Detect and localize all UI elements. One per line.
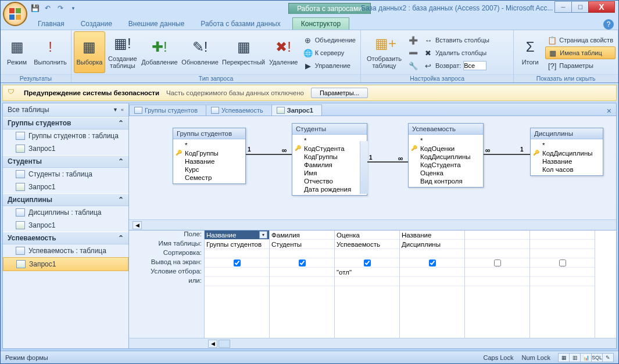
or-cell[interactable] — [335, 277, 399, 286]
maximize-button[interactable]: ☐ — [571, 1, 589, 13]
dropdown-icon[interactable]: ▾ — [259, 231, 267, 239]
show-cell[interactable] — [530, 258, 595, 268]
grid-column-5[interactable] — [465, 230, 530, 338]
table-cell[interactable]: Дисциплины — [400, 240, 464, 249]
minimize-button[interactable]: ─ — [554, 1, 572, 13]
table-cell[interactable] — [530, 240, 595, 249]
criteria-cell[interactable] — [530, 268, 595, 277]
office-button[interactable] — [3, 2, 27, 26]
nav-item-query-selected[interactable]: Запрос1 — [3, 257, 128, 271]
nav-item-table[interactable]: Успеваемость : таблица — [3, 244, 128, 257]
show-cell[interactable] — [270, 258, 334, 268]
grid-column-6[interactable] — [530, 230, 595, 338]
or-cell[interactable] — [270, 277, 334, 286]
or-cell[interactable] — [400, 277, 464, 286]
field-cell[interactable]: Фамилия — [270, 230, 334, 240]
nav-header[interactable]: Все таблицы ▼ « — [3, 103, 128, 117]
sort-cell[interactable] — [400, 249, 464, 258]
sort-cell[interactable] — [270, 249, 334, 258]
table-cell[interactable]: Группы студентов — [205, 240, 269, 249]
save-icon[interactable]: 💾 — [30, 3, 40, 13]
horizontal-scroll[interactable]: ◀ — [129, 219, 616, 230]
show-checkbox[interactable] — [234, 260, 241, 266]
field-cell[interactable] — [530, 230, 595, 240]
showtable-button[interactable]: ▦+ Отобразить таблицу — [363, 31, 405, 73]
show-checkbox[interactable] — [494, 260, 501, 266]
view-button[interactable]: ▦ Режим — [3, 31, 31, 73]
sort-cell[interactable] — [205, 249, 269, 258]
nav-item-table[interactable]: Студенты : таблица — [3, 168, 128, 181]
scroll-left-icon[interactable]: ◀ — [133, 221, 142, 229]
datadefinition-button[interactable]: ▶Управление — [301, 59, 358, 72]
totals-button[interactable]: Σ Итоги — [516, 31, 544, 73]
view-chart-button[interactable]: 📊 — [580, 353, 592, 362]
show-cell[interactable] — [205, 258, 269, 268]
view-sql-button[interactable]: SQL — [591, 353, 603, 362]
tab-external[interactable]: Внешние данные — [120, 18, 193, 30]
table-cell[interactable]: Студенты — [270, 240, 334, 249]
criteria-cell[interactable] — [205, 268, 269, 277]
parameters-button[interactable]: [?]Параметры — [545, 59, 616, 72]
doc-tab-active[interactable]: Запрос1 — [271, 104, 322, 116]
grid-column-1[interactable]: Название▾ Группы студентов — [205, 230, 270, 338]
or-cell[interactable] — [205, 277, 269, 286]
redo-icon[interactable]: ↷ — [55, 3, 66, 13]
scroll-thumb[interactable] — [219, 340, 230, 348]
show-checkbox[interactable] — [429, 260, 436, 266]
qat-dropdown-icon[interactable]: ▼ — [68, 3, 78, 13]
scroll-left-icon[interactable]: ◀ — [208, 340, 217, 348]
sort-cell[interactable] — [335, 249, 399, 258]
close-tab-button[interactable]: × — [602, 106, 616, 116]
table-box-grades[interactable]: Успеваемость * КодОценки КодДисциплины К… — [408, 123, 484, 188]
update-button[interactable]: ✎! Обновление — [180, 31, 220, 73]
append-button[interactable]: ✚! Добавление — [140, 31, 179, 73]
view-datasheet-button[interactable]: ▦ — [558, 353, 570, 362]
builder-button[interactable]: 🔧 — [406, 59, 420, 72]
nav-item-query[interactable]: Запрос1 — [3, 142, 128, 155]
insertrows-button[interactable]: ➕ — [406, 34, 420, 46]
passthrough-button[interactable]: 🌐К серверу — [301, 46, 358, 59]
show-cell[interactable] — [465, 258, 529, 268]
close-button[interactable]: X — [588, 1, 615, 13]
nav-item-query[interactable]: Запрос1 — [3, 219, 128, 232]
sort-cell[interactable] — [465, 249, 529, 258]
view-design-button[interactable]: ✎ — [602, 353, 614, 362]
union-button[interactable]: ⊕Объединение — [301, 34, 358, 46]
grid-column-2[interactable]: Фамилия Студенты — [270, 230, 335, 338]
crosstab-button[interactable]: ▦ Перекрестный — [221, 31, 266, 73]
nav-group-1[interactable]: Группы студентов⌃ — [3, 117, 128, 129]
tab-create[interactable]: Создание — [73, 18, 120, 30]
table-cell[interactable] — [465, 240, 529, 249]
help-button[interactable]: ? — [603, 19, 614, 30]
insertcols-button[interactable]: ↔Вставить столбцы — [421, 34, 492, 46]
delete-button[interactable]: ✖! Удаление — [267, 31, 300, 73]
field-cell[interactable]: Название — [400, 230, 464, 240]
show-cell[interactable] — [335, 258, 399, 268]
security-options-button[interactable]: Параметры... — [311, 88, 368, 98]
show-checkbox[interactable] — [299, 260, 306, 266]
return-input[interactable] — [463, 61, 486, 70]
criteria-cell[interactable] — [465, 268, 529, 277]
deleterows-button[interactable]: ➖ — [406, 46, 420, 59]
show-checkbox[interactable] — [364, 260, 371, 266]
nav-group-3[interactable]: Дисциплины⌃ — [3, 193, 128, 206]
nav-group-2[interactable]: Студенты⌃ — [3, 155, 128, 168]
propertysheet-button[interactable]: 📋Страница свойств — [545, 34, 616, 46]
doc-tab[interactable]: Успеваемость — [206, 104, 272, 116]
tab-database[interactable]: Работа с базами данных — [192, 18, 288, 30]
grid-hscroll[interactable]: ◀ — [129, 338, 616, 348]
table-box-groups[interactable]: Группы студентов * КодГруппы Название Ку… — [173, 128, 246, 184]
table-cell[interactable]: Успеваемость — [335, 240, 399, 249]
tab-home[interactable]: Главная — [30, 18, 73, 30]
select-query-button[interactable]: ▦ Выборка — [74, 31, 105, 73]
scrollbar[interactable] — [360, 141, 368, 194]
query-design-area[interactable]: Группы студентов * КодГруппы Название Ку… — [129, 116, 616, 219]
or-cell[interactable] — [530, 277, 595, 286]
field-cell[interactable]: Оценка — [335, 230, 399, 240]
field-cell[interactable] — [465, 230, 529, 240]
show-checkbox[interactable] — [559, 260, 566, 266]
nav-item-table[interactable]: Дисциплины : таблица — [3, 206, 128, 219]
run-button[interactable]: ! Выполнить — [32, 31, 69, 73]
grid-column-4[interactable]: Название Дисциплины — [400, 230, 465, 338]
deletecols-button[interactable]: ✖Удалить столбцы — [421, 46, 492, 59]
